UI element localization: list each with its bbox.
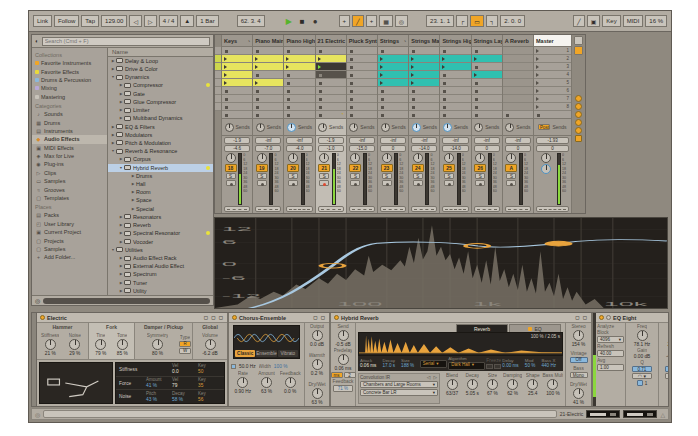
- track-delay-field[interactable]: [380, 206, 406, 212]
- browser-tree-item[interactable]: ▶ Space: [108, 196, 213, 204]
- track-header[interactable]: Strings High ◔: [440, 35, 470, 47]
- clip-stop-button[interactable]: [409, 111, 439, 119]
- clip-slot[interactable]: [378, 63, 408, 71]
- send-knob[interactable]: [338, 330, 349, 341]
- clip-slot[interactable]: [409, 95, 439, 103]
- browser-tree-item[interactable]: ▶ Special: [108, 205, 213, 213]
- clip-slot[interactable]: [347, 71, 377, 79]
- width-value[interactable]: 100 %: [274, 364, 288, 369]
- clip-slot[interactable]: [440, 63, 470, 71]
- category-item[interactable]: ▤ Instruments: [32, 127, 107, 135]
- category-item[interactable]: ▭ Samples: [32, 177, 107, 185]
- track-activator-button[interactable]: 23: [381, 164, 393, 172]
- clip-slot[interactable]: [440, 71, 470, 79]
- solo-button[interactable]: S: [257, 173, 267, 179]
- play-button[interactable]: ▶: [283, 15, 295, 27]
- pan-knob[interactable]: [382, 153, 392, 163]
- clip-slot[interactable]: [503, 71, 533, 79]
- show-crossfade-toggle-icon[interactable]: [575, 127, 582, 134]
- browser-tree-item[interactable]: ▶ Vocoder: [108, 237, 213, 245]
- device-on-icon[interactable]: [599, 315, 604, 320]
- attack-field[interactable]: 0.06 ms: [360, 363, 382, 368]
- send-a-knob[interactable]: [225, 123, 234, 132]
- track-delay-field[interactable]: [536, 206, 569, 212]
- clip-slot[interactable]: [284, 95, 314, 103]
- clip-stop-button[interactable]: [222, 111, 252, 119]
- clip-stop-button[interactable]: [347, 111, 377, 119]
- clip-slot[interactable]: [440, 103, 470, 111]
- clip-slot[interactable]: [222, 103, 252, 111]
- stiffness-knob[interactable]: [45, 339, 56, 350]
- ir-category-selector[interactable]: Chambers and Large Rooms▾: [360, 381, 438, 388]
- place-item[interactable]: ▤ Packs: [32, 211, 107, 219]
- clip-slot[interactable]: [378, 87, 408, 95]
- clip-slot[interactable]: [284, 79, 314, 87]
- send-a-knob[interactable]: [412, 123, 421, 132]
- scene-launch-row[interactable]: 2: [534, 55, 571, 63]
- punch-in-icon[interactable]: ┌: [456, 15, 468, 27]
- eq-eight-curve-display[interactable]: 12 6 0 -6 -12 100 1k 10k: [214, 217, 668, 309]
- arrangement-view-toggle-icon[interactable]: [574, 46, 583, 55]
- track-header[interactable]: Keys ◔: [222, 35, 252, 47]
- arm-button[interactable]: [288, 180, 298, 186]
- follow-icon[interactable]: ▣: [587, 15, 601, 27]
- conv-decay-knob[interactable]: [467, 379, 478, 390]
- clip-stop-button[interactable]: [472, 111, 502, 119]
- device-header-icons[interactable]: ▢ ▢: [313, 315, 326, 320]
- stop-button[interactable]: ■: [297, 15, 308, 27]
- clip-slot[interactable]: [253, 55, 283, 63]
- pickup-type-w-button[interactable]: W: [179, 348, 191, 354]
- solo-button[interactable]: S: [319, 173, 329, 179]
- clip-slot[interactable]: [409, 71, 439, 79]
- algorithm-selector[interactable]: Dark Hall▾: [448, 362, 485, 370]
- device-on-icon[interactable]: [334, 315, 339, 320]
- volume-knob[interactable]: [205, 339, 216, 350]
- table-row[interactable]: Force Amount41 % Vel79 Key35: [116, 377, 224, 391]
- device-title[interactable]: Hybrid Reverb: [341, 315, 379, 321]
- transport-toggle-icon[interactable]: ╱: [352, 15, 364, 27]
- pan-knob[interactable]: [444, 153, 454, 163]
- warmth-knob[interactable]: [312, 359, 323, 370]
- browser-tree-item[interactable]: ▶ Audio Effect Rack: [108, 254, 213, 262]
- clip-slot[interactable]: [503, 47, 533, 55]
- arm-button[interactable]: [382, 180, 392, 186]
- volume-field[interactable]: -7.0: [255, 145, 281, 152]
- metronome-icon[interactable]: ▲: [180, 15, 194, 27]
- clip-slot[interactable]: [503, 103, 533, 111]
- band1-freq-knob[interactable]: [637, 330, 648, 341]
- arm-button[interactable]: [413, 180, 423, 186]
- solo-button[interactable]: S: [506, 173, 516, 179]
- clip-slot[interactable]: [347, 63, 377, 71]
- clip-slot[interactable]: [472, 95, 502, 103]
- arm-button[interactable]: [319, 180, 329, 186]
- conv-size-knob[interactable]: [487, 379, 498, 390]
- category-item[interactable]: ♪ Sounds: [32, 110, 107, 118]
- clip-slot[interactable]: [222, 55, 252, 63]
- clip-slot[interactable]: [440, 55, 470, 63]
- clip-slot[interactable]: [347, 87, 377, 95]
- predelay-sync-button[interactable]: 2: [344, 372, 356, 378]
- device-title[interactable]: Chorus-Ensemble: [239, 315, 286, 321]
- clip-stop-button[interactable]: [503, 111, 533, 119]
- clip-slot[interactable]: [503, 87, 533, 95]
- clip-slot[interactable]: [472, 87, 502, 95]
- clip-slot[interactable]: [253, 47, 283, 55]
- pan-knob[interactable]: [319, 153, 329, 163]
- clip-slot[interactable]: [347, 103, 377, 111]
- place-item[interactable]: ◰ User Library: [32, 220, 107, 228]
- preview-icon[interactable]: ◎: [35, 297, 40, 304]
- clip-slot[interactable]: [316, 103, 346, 111]
- browser-tree-item[interactable]: ▶ Gate: [108, 90, 213, 98]
- transport-toggle-icon[interactable]: +: [366, 15, 378, 27]
- clip-slot[interactable]: [222, 47, 252, 55]
- arrangement-position-display[interactable]: 62. 3. 4: [237, 15, 265, 27]
- show-sends-toggle-icon[interactable]: [575, 95, 582, 102]
- delay-field[interactable]: 0.00 ms: [502, 363, 524, 368]
- device-header-icons[interactable]: ▢ ▢ ▢: [204, 315, 224, 320]
- device-title[interactable]: Electric: [47, 315, 67, 321]
- track-activator-button[interactable]: 21: [318, 164, 330, 172]
- stereo-knob[interactable]: [573, 330, 584, 341]
- browser-tree-item[interactable]: ▶ Utility: [108, 287, 213, 295]
- clip-slot[interactable]: [253, 95, 283, 103]
- track-activator-button[interactable]: 26: [474, 164, 486, 172]
